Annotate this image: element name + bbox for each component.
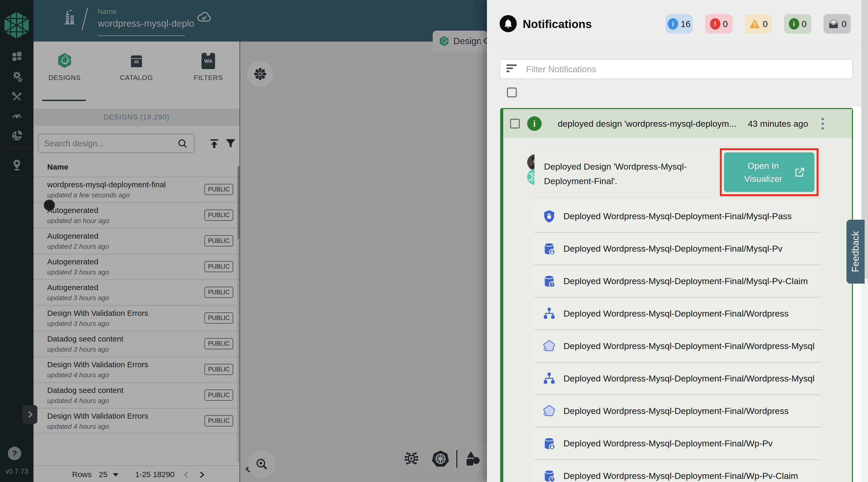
error-circle-icon: ! (710, 18, 720, 30)
select-all-checkbox[interactable] (507, 87, 517, 97)
notification-description: Deployed Design 'Wordpress-Mysql-Deploym… (544, 159, 710, 188)
secret-shield-icon (542, 209, 556, 223)
notification-card-header[interactable]: i deployed design 'wordpress-mysql-deplo… (503, 109, 852, 138)
event-row[interactable]: Deployed Wordpress-Mysql-Deployment-Fina… (534, 265, 821, 298)
chip-informational[interactable]: i 16 (665, 14, 693, 34)
filter-list-icon (506, 64, 517, 74)
event-row[interactable]: Deployed Wordpress-Mysql-Deployment-Fina… (534, 395, 821, 428)
deployment-tree-icon (542, 372, 556, 386)
event-row[interactable]: Deployed Wordpress-Mysql-Deployment-Fina… (534, 363, 821, 395)
service-pentagon-icon (542, 404, 556, 418)
warning-triangle-icon (749, 18, 761, 30)
notification-center-drawer: Notifications i 16 ! 0 0 i 0 0 (487, 0, 868, 482)
volume-claim-icon (542, 469, 556, 482)
notification-card: i deployed design 'wordpress-mysql-deplo… (500, 108, 853, 482)
event-row[interactable]: Deployed Wordpress-Mysql-Deployment-Fina… (534, 460, 821, 482)
event-row[interactable]: Deployed Wordpress-Mysql-Deployment-Fina… (534, 233, 821, 265)
modal-backdrop[interactable] (0, 0, 487, 482)
info-circle-icon: i (527, 116, 541, 131)
drawer-divider (487, 48, 868, 48)
envelope-icon (828, 18, 839, 30)
chip-warning[interactable]: 0 (745, 14, 772, 34)
event-row[interactable]: Deployed Wordpress-Mysql-Deployment-Fina… (534, 428, 821, 460)
notification-details: Deployed Design 'Wordpress-Mysql-Deploym… (534, 146, 821, 197)
notification-menu-button[interactable] (822, 118, 824, 130)
event-row[interactable]: Deployed Wordpress-Mysql-Deployment-Fina… (534, 298, 821, 330)
volume-lock-icon (542, 436, 556, 451)
event-row[interactable]: Deployed Wordpress-Mysql-Deployment-Fina… (534, 200, 821, 233)
volume-lock-icon (542, 242, 556, 256)
open-in-visualizer-button[interactable]: Open In Visualizer (724, 152, 814, 192)
chip-error[interactable]: ! 0 (705, 14, 733, 34)
notification-timestamp: 43 minutes ago (748, 119, 808, 129)
feedback-tab[interactable]: Feedback (846, 220, 865, 284)
chip-success[interactable]: i 0 (784, 14, 811, 34)
filter-notifications-input[interactable] (500, 59, 853, 79)
notification-summary[interactable]: deployed design 'wordpress-mysql-deploym… (558, 119, 737, 129)
deployment-events-list: Deployed Wordpress-Mysql-Deployment-Fina… (534, 200, 821, 482)
deployment-tree-icon (542, 307, 556, 321)
drawer-title: Notifications (523, 18, 592, 31)
volume-claim-icon (542, 274, 556, 288)
notifications-bell-icon (500, 15, 517, 32)
chip-read[interactable]: 0 (824, 14, 851, 34)
service-pentagon-icon (542, 339, 556, 353)
success-circle-icon: i (789, 18, 799, 30)
meshery-app: ? v0.7.73 Name wordpress-mysql-deplo (0, 0, 868, 482)
drawer-scroll-gutter (852, 107, 862, 482)
external-link-icon (794, 167, 805, 178)
info-circle-icon: i (668, 18, 678, 30)
event-row[interactable]: Deployed Wordpress-Mysql-Deployment-Fina… (534, 330, 821, 363)
notification-checkbox[interactable] (510, 119, 520, 129)
